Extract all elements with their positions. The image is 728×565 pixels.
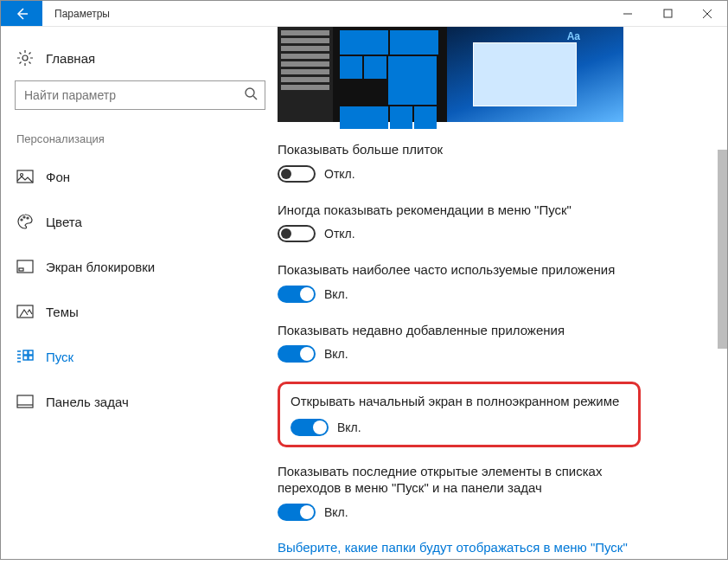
- highlighted-setting: Открывать начальный экран в полноэкранно…: [278, 382, 641, 447]
- toggle-state: Откл.: [324, 227, 355, 241]
- setting-label: Иногда показывать рекомендации в меню "П…: [278, 202, 710, 219]
- toggle-most-used[interactable]: [278, 286, 316, 303]
- back-button[interactable]: [1, 1, 42, 26]
- start-preview: Aa: [278, 27, 623, 122]
- sidebar-item-taskbar[interactable]: Панель задач: [13, 384, 269, 419]
- scrollbar-thumb[interactable]: [718, 150, 727, 349]
- setting-suggestions: Иногда показывать рекомендации в меню "П…: [278, 202, 710, 243]
- setting-label: Открывать начальный экран в полноэкранно…: [291, 393, 628, 410]
- svg-rect-11: [23, 350, 28, 355]
- close-icon: [702, 9, 712, 19]
- setting-most-used: Показывать наиболее часто используемые п…: [278, 261, 710, 303]
- toggle-more-tiles[interactable]: [278, 165, 316, 183]
- sidebar-item-start[interactable]: Пуск: [13, 339, 269, 374]
- sidebar-item-label: Фон: [46, 170, 70, 184]
- choose-folders-link[interactable]: Выберите, какие папки будут отображаться…: [278, 540, 710, 555]
- sidebar-item-label: Цвета: [46, 215, 82, 229]
- toggle-state: Вкл.: [324, 347, 348, 361]
- sample-text-icon: Aa: [567, 30, 580, 42]
- toggle-fullscreen-start[interactable]: [291, 419, 329, 436]
- home-label: Главная: [46, 51, 95, 66]
- home-nav[interactable]: Главная: [13, 42, 269, 80]
- maximize-button[interactable]: [648, 1, 687, 26]
- svg-point-2: [246, 88, 254, 97]
- sidebar-item-themes[interactable]: Темы: [13, 294, 269, 329]
- sidebar-item-label: Пуск: [46, 350, 73, 364]
- search-box[interactable]: [15, 80, 265, 110]
- maximize-icon: [663, 9, 673, 18]
- sidebar-item-background[interactable]: Фон: [13, 159, 269, 194]
- close-button[interactable]: [687, 1, 727, 26]
- settings-window: Параметры Главная Пе: [0, 0, 728, 560]
- svg-rect-0: [664, 10, 672, 17]
- svg-point-6: [23, 216, 25, 218]
- titlebar: Параметры: [1, 1, 727, 27]
- svg-rect-15: [17, 395, 33, 408]
- minimize-icon: [623, 9, 633, 19]
- setting-label: Показывать больше плиток: [278, 141, 710, 158]
- svg-point-4: [21, 174, 23, 177]
- setting-label: Показывать последние открытые элементы в…: [278, 463, 641, 497]
- sidebar: Главная Персонализация Фон Цвета: [1, 27, 278, 559]
- sidebar-item-label: Темы: [46, 305, 79, 319]
- sidebar-item-colors[interactable]: Цвета: [13, 204, 269, 239]
- toggle-state: Откл.: [324, 167, 355, 181]
- toggle-recently-added[interactable]: [278, 345, 316, 363]
- themes-icon: [16, 303, 34, 320]
- sidebar-item-lockscreen[interactable]: Экран блокировки: [13, 249, 269, 284]
- start-icon: [16, 348, 34, 365]
- lockscreen-icon: [16, 258, 34, 275]
- toggle-state: Вкл.: [324, 505, 348, 519]
- svg-rect-13: [23, 356, 28, 360]
- taskbar-icon: [16, 393, 34, 410]
- toggle-state: Вкл.: [337, 421, 361, 434]
- setting-label: Показывать наиболее часто используемые п…: [278, 261, 710, 279]
- svg-point-7: [27, 217, 29, 219]
- toggle-state: Вкл.: [324, 287, 348, 301]
- svg-rect-9: [19, 268, 23, 271]
- sidebar-item-label: Панель задач: [46, 395, 129, 409]
- gear-icon: [16, 49, 34, 67]
- category-label: Персонализация: [13, 132, 269, 159]
- svg-rect-12: [29, 350, 33, 355]
- setting-label: Показывать недавно добавленные приложени…: [278, 322, 710, 339]
- toggle-jumplist[interactable]: [278, 504, 316, 521]
- search-icon: [244, 87, 258, 104]
- sidebar-item-label: Экран блокировки: [46, 260, 155, 274]
- svg-point-5: [21, 219, 22, 221]
- window-body: Главная Персонализация Фон Цвета: [1, 27, 727, 559]
- setting-jumplist: Показывать последние открытые элементы в…: [278, 463, 710, 521]
- toggle-suggestions[interactable]: [278, 225, 316, 242]
- setting-recently-added: Показывать недавно добавленные приложени…: [278, 322, 710, 363]
- content-pane: Aa Показывать больше плиток Откл. Иногда…: [278, 27, 727, 559]
- svg-rect-14: [29, 356, 33, 360]
- minimize-button[interactable]: [608, 1, 648, 26]
- picture-icon: [16, 168, 34, 185]
- search-input[interactable]: [24, 88, 244, 102]
- window-title: Параметры: [42, 1, 122, 26]
- setting-more-tiles: Показывать больше плиток Откл.: [278, 141, 710, 183]
- arrow-left-icon: [14, 6, 29, 22]
- palette-icon: [16, 213, 34, 230]
- svg-point-1: [22, 55, 28, 61]
